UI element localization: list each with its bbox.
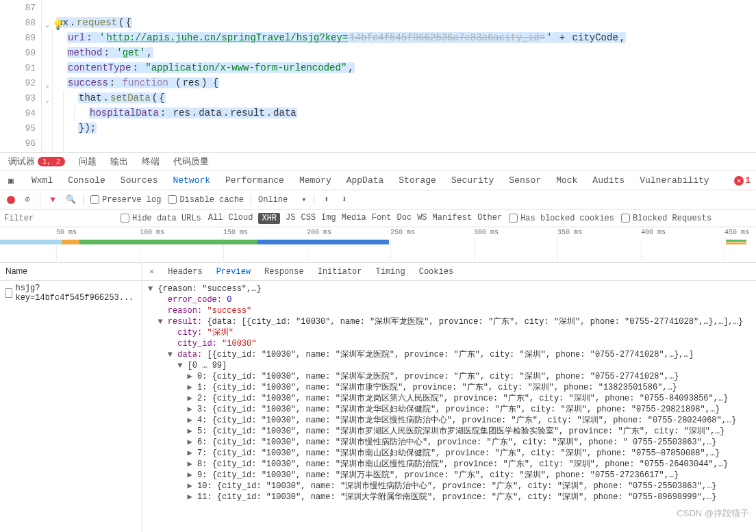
blocked-requests-checkbox[interactable]: Blocked Requests <box>621 214 711 223</box>
devtab-network[interactable]: Network <box>173 175 210 186</box>
preview-tab-timing[interactable]: Timing <box>376 267 405 277</box>
tab-output[interactable]: 输出 <box>110 155 128 168</box>
hide-urls-checkbox[interactable]: Hide data URLs <box>121 214 201 223</box>
json-row[interactable]: ▶ 0: {city_id: "10030", name: "深圳军龙医院", … <box>148 371 751 382</box>
devtab-mock[interactable]: Mock <box>556 175 577 186</box>
throttle-select[interactable]: Online ▾ <box>258 194 306 205</box>
clear-icon[interactable]: ⊘ <box>22 194 33 205</box>
devtab-wxml[interactable]: Wxml <box>32 175 53 186</box>
main-area: Name hsjg?key=14bfc4f545f966253... ✕ Hea… <box>0 263 756 532</box>
expand-icon[interactable]: ▶ <box>188 492 197 502</box>
code-editor[interactable]: 💡 8788⌄wx.request({89url: 'http://apis.j… <box>0 0 756 152</box>
code-line[interactable]: 95}); <box>0 121 756 136</box>
search-icon[interactable]: 🔍 <box>65 194 76 205</box>
tab-terminal[interactable]: 终端 <box>142 155 160 168</box>
json-row[interactable]: ▶ 3: {city_id: "10030", name: "深圳市龙华区妇幼保… <box>148 404 751 415</box>
lightbulb-icon[interactable]: 💡 <box>52 19 64 31</box>
json-row[interactable]: ▶ 9: {city_id: "10030", name: "深圳万丰医院", … <box>148 470 751 481</box>
devtab-vulnerability[interactable]: Vulnerability <box>640 175 709 186</box>
filter-type-ws[interactable]: WS <box>417 213 427 224</box>
json-row[interactable]: ▶ 7: {city_id: "10030", name: "深圳市南山区妇幼保… <box>148 448 751 459</box>
devtab-security[interactable]: Security <box>451 175 494 186</box>
filter-type-media[interactable]: Media <box>342 213 366 224</box>
json-row[interactable]: ▶ 10: {city_id: "10030", name: "深圳市慢性病防治… <box>148 481 751 492</box>
expand-icon[interactable]: ▶ <box>188 383 197 392</box>
code-line[interactable]: 89url: 'http://apis.juhe.cn/springTravel… <box>0 30 756 45</box>
devtab-memory[interactable]: Memory <box>299 175 331 186</box>
json-row[interactable]: ▶ 4: {city_id: "10030", name: "深圳市龙华区慢性病… <box>148 415 751 426</box>
preview-tab-preview[interactable]: Preview <box>216 267 251 277</box>
record-icon[interactable] <box>7 196 15 204</box>
expand-icon[interactable]: ▶ <box>188 470 197 480</box>
expand-icon[interactable]: ▶ <box>188 427 197 436</box>
devtab-storage[interactable]: Storage <box>399 175 436 186</box>
json-row[interactable]: ▶ 8: {city_id: "10030", name: "深圳市南山区慢性病… <box>148 459 751 470</box>
expand-icon[interactable]: ▶ <box>188 448 197 458</box>
filter-type-xhr[interactable]: XHR <box>258 213 280 224</box>
filter-type-other[interactable]: Other <box>477 213 502 224</box>
fold-icon[interactable]: ⌄ <box>45 96 49 104</box>
preview-tab-cookies[interactable]: Cookies <box>419 267 453 277</box>
expand-icon[interactable]: ▶ <box>188 481 197 491</box>
devtab-sensor[interactable]: Sensor <box>509 175 541 186</box>
expand-icon[interactable]: ▶ <box>188 394 197 403</box>
filter-type-doc[interactable]: Doc <box>397 213 412 224</box>
filter-type-img[interactable]: Img <box>321 213 336 224</box>
filter-type-manifest[interactable]: Manifest <box>433 213 473 224</box>
request-row[interactable]: hsjg?key=14bfc4f545f966253... <box>0 281 142 305</box>
expand-icon[interactable]: ▼ <box>158 317 167 327</box>
filter-type-js[interactable]: JS <box>286 213 295 224</box>
expand-icon[interactable]: ▶ <box>188 372 197 381</box>
timeline[interactable]: 50 ms100 ms150 ms200 ms250 ms300 ms350 m… <box>0 227 756 263</box>
tab-debugger[interactable]: 调试器1, 2 <box>8 155 65 168</box>
filter-type-cloud[interactable]: Cloud <box>228 213 253 224</box>
expand-icon[interactable]: ▼ <box>148 284 158 294</box>
json-preview[interactable]: ▼ {reason: "success",…} error_code: 0 re… <box>142 281 756 532</box>
json-row[interactable]: ▶ 5: {city_id: "10030", name: "深圳市罗湖区人民医… <box>148 426 751 437</box>
fold-icon[interactable]: ⌄ <box>45 81 49 89</box>
download-icon[interactable]: ⬇ <box>339 194 350 205</box>
filter-type-all[interactable]: All <box>208 213 223 224</box>
expand-icon[interactable]: ▶ <box>188 405 197 414</box>
tab-problem[interactable]: 问题 <box>79 155 97 168</box>
code-line[interactable]: 88⌄wx.request({ <box>0 15 756 30</box>
inspect-icon[interactable]: ▣ <box>5 175 16 186</box>
timeline-tick: 350 ms <box>557 229 582 236</box>
json-row[interactable]: ▶ 11: {city_id: "10030", name: "深圳大学附属华南… <box>148 492 751 503</box>
filter-icon[interactable]: ▼ <box>47 194 58 205</box>
expand-icon[interactable]: ▼ <box>177 361 187 370</box>
preserve-log-checkbox[interactable]: Preserve log <box>90 195 161 205</box>
code-line[interactable]: 93⌄that.setData({ <box>0 90 756 105</box>
close-icon[interactable]: ✕ <box>149 266 154 277</box>
devtab-appdata[interactable]: AppData <box>346 175 384 186</box>
devtab-sources[interactable]: Sources <box>121 175 158 186</box>
filter-type-css[interactable]: CSS <box>301 213 316 224</box>
code-line[interactable]: 91contentType: "application/x-www-form-u… <box>0 60 756 75</box>
preview-tab-initiator[interactable]: Initiator <box>318 267 362 277</box>
upload-icon[interactable]: ⬆ <box>321 194 332 205</box>
json-row[interactable]: ▶ 6: {city_id: "10030", name: "深圳市慢性病防治中… <box>148 437 751 448</box>
tab-quality[interactable]: 代码质量 <box>173 155 209 168</box>
preview-tab-headers[interactable]: Headers <box>168 267 202 277</box>
expand-icon[interactable]: ▶ <box>188 416 197 425</box>
devtab-audits[interactable]: Audits <box>592 175 625 186</box>
json-row[interactable]: ▶ 1: {city_id: "10030", name: "深圳市康宁医院",… <box>148 382 751 393</box>
devtab-performance[interactable]: Performance <box>225 175 284 186</box>
devtab-console[interactable]: Console <box>68 175 105 186</box>
fold-icon[interactable]: ⌄ <box>45 21 49 29</box>
expand-icon[interactable]: ▶ <box>188 459 197 469</box>
json-row[interactable]: ▶ 2: {city_id: "10030", name: "深圳市龙岗区第六人… <box>148 393 751 404</box>
filter-type-font[interactable]: Font <box>372 213 392 224</box>
expand-icon[interactable]: ▶ <box>188 438 197 447</box>
disable-cache-checkbox[interactable]: Disable cache <box>168 195 244 205</box>
expand-icon[interactable]: ▼ <box>168 350 177 359</box>
preview-tab-response[interactable]: Response <box>264 267 304 277</box>
filter-input[interactable] <box>4 214 114 223</box>
code-line[interactable]: 94hospitalData: res.data.result.data <box>0 105 756 121</box>
blocked-cookies-checkbox[interactable]: Has blocked cookies <box>509 214 614 223</box>
code-line[interactable]: 87 <box>0 0 756 15</box>
error-indicator[interactable]: ✕1 <box>734 175 751 186</box>
code-line[interactable]: 92⌄success: function (res) { <box>0 75 756 90</box>
code-line[interactable]: 90method: 'get', <box>0 45 756 60</box>
code-line[interactable]: 96 <box>0 136 756 151</box>
